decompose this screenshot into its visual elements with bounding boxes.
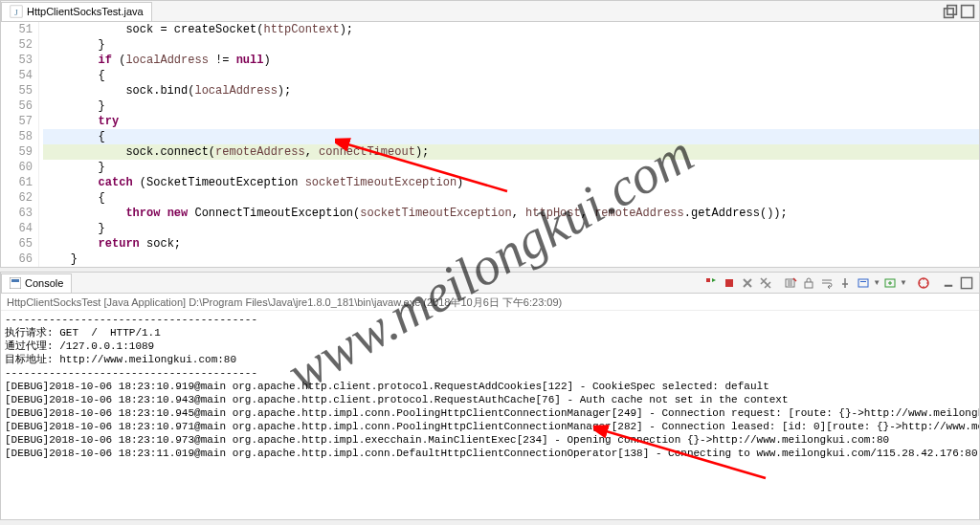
console-icon (10, 277, 21, 289)
line-number: 57 (1, 114, 33, 129)
tab-filename: HttpClientSocksTest.java (27, 6, 144, 17)
console-output[interactable]: ----------------------------------------… (1, 311, 979, 519)
word-wrap-icon[interactable] (818, 275, 835, 291)
console-tab-bar: Console ▼ ▼ (1, 273, 979, 294)
debug-icon[interactable] (915, 275, 932, 291)
svg-rect-7 (706, 278, 710, 282)
code-line[interactable]: sock = createSocket(httpContext); (43, 22, 979, 37)
line-number: 66 (1, 252, 33, 267)
editor-body[interactable]: 51525354555657585960616263646566 sock = … (1, 22, 979, 267)
code-line[interactable]: if (localAddress != null) (43, 53, 979, 68)
restore-icon[interactable] (943, 4, 958, 19)
line-number-gutter: 51525354555657585960616263646566 (1, 22, 39, 267)
console-pane: Console ▼ ▼ HttpClientSocksTest [Java Ap… (0, 272, 980, 520)
code-line[interactable]: } (43, 221, 979, 236)
console-launch-info: HttpClientSocksTest [Java Application] D… (1, 294, 979, 311)
svg-rect-4 (962, 5, 974, 17)
line-number: 56 (1, 98, 33, 114)
line-number: 62 (1, 190, 33, 206)
line-number: 60 (1, 160, 33, 175)
terminate-relaunch-icon[interactable] (702, 275, 720, 291)
svg-text:J: J (14, 8, 18, 17)
code-line[interactable]: throw new ConnectTimeoutException(socket… (43, 206, 979, 221)
svg-rect-15 (961, 277, 971, 288)
pin-console-icon[interactable] (836, 275, 854, 291)
line-number: 53 (1, 53, 33, 68)
code-line[interactable]: sock.connect(remoteAddress, connectTimeo… (43, 144, 979, 160)
svg-rect-11 (858, 279, 868, 287)
line-number: 64 (1, 221, 33, 236)
line-number: 51 (1, 22, 33, 37)
maximize-view-icon[interactable] (958, 275, 975, 291)
display-selected-icon[interactable] (855, 275, 872, 291)
code-line[interactable]: catch (SocketTimeoutException socketTime… (43, 175, 979, 190)
code-line[interactable]: try (43, 114, 979, 129)
line-number: 52 (1, 37, 33, 53)
code-line[interactable]: return sock; (43, 236, 979, 252)
code-line[interactable]: } (43, 37, 979, 53)
code-line[interactable]: } (43, 98, 979, 114)
line-number: 65 (1, 236, 33, 252)
scroll-lock-icon[interactable] (800, 275, 817, 291)
line-number: 58 (1, 129, 33, 144)
java-file-icon: J (10, 5, 23, 18)
remove-all-icon[interactable] (757, 275, 774, 291)
clear-console-icon[interactable] (782, 275, 799, 291)
svg-rect-3 (947, 5, 957, 14)
editor-tab-active[interactable]: J HttpClientSocksTest.java (1, 2, 152, 21)
code-line[interactable]: } (43, 252, 979, 267)
code-line[interactable]: { (43, 129, 979, 144)
console-tab[interactable]: Console (1, 273, 72, 293)
svg-rect-12 (860, 281, 866, 282)
console-tab-label: Console (25, 277, 63, 289)
line-number: 63 (1, 206, 33, 221)
svg-rect-10 (805, 282, 813, 288)
line-number: 61 (1, 175, 33, 190)
open-console-icon[interactable] (881, 275, 899, 291)
terminate-icon[interactable] (721, 275, 738, 291)
code-line[interactable]: sock.bind(localAddress); (43, 83, 979, 98)
code-line[interactable]: { (43, 68, 979, 83)
code-line[interactable]: { (43, 190, 979, 206)
line-number: 59 (1, 144, 33, 160)
line-number: 55 (1, 83, 33, 98)
svg-rect-6 (11, 279, 19, 282)
remove-launch-icon[interactable] (739, 275, 756, 291)
maximize-icon[interactable] (960, 4, 975, 19)
svg-rect-2 (945, 8, 954, 17)
editor-tab-bar: J HttpClientSocksTest.java (1, 1, 979, 22)
code-line[interactable]: } (43, 160, 979, 175)
svg-rect-8 (725, 279, 733, 287)
console-toolbar: ▼ ▼ (702, 275, 979, 291)
line-number: 54 (1, 68, 33, 83)
editor-pane: J HttpClientSocksTest.java 5152535455565… (0, 0, 980, 268)
code-area[interactable]: sock = createSocket(httpContext); } if (… (39, 22, 979, 267)
svg-rect-5 (10, 277, 21, 289)
minimize-icon[interactable] (940, 275, 957, 291)
editor-toolbar-right (943, 4, 979, 19)
